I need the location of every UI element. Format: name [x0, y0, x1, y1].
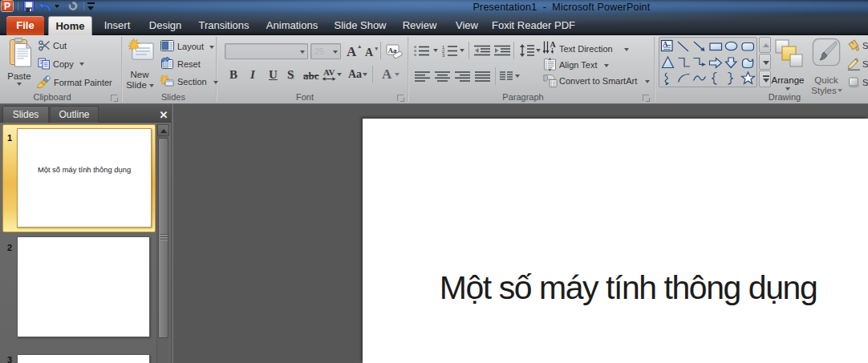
- svg-text:A: A: [550, 41, 557, 49]
- svg-text:A: A: [663, 40, 668, 48]
- svg-text:Aa: Aa: [388, 46, 397, 54]
- svg-text:P: P: [4, 1, 10, 12]
- svg-text:3: 3: [442, 53, 445, 57]
